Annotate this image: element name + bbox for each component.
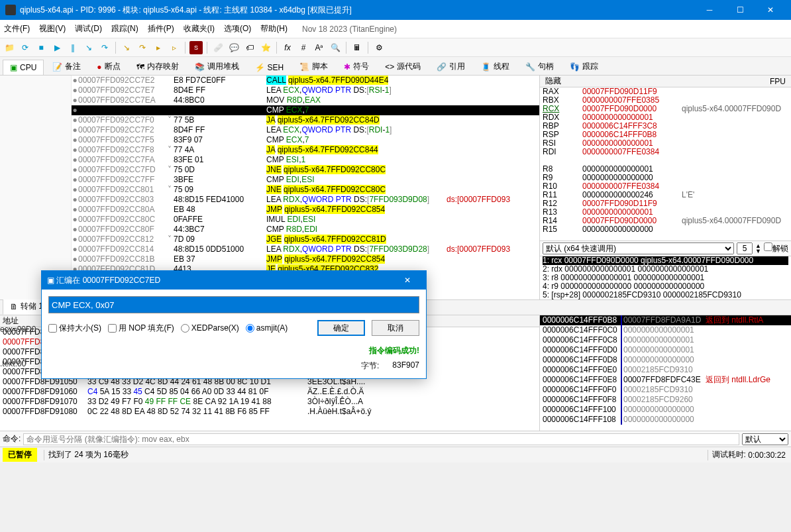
tab-seh[interactable]: ⚡SEH xyxy=(248,60,291,75)
text-icon[interactable]: Aᵃ xyxy=(313,41,326,54)
search-icon[interactable]: 🔍 xyxy=(329,41,342,54)
stack-row[interactable]: 0000006C14FFF1080000000000000000 xyxy=(540,415,791,425)
minimize-button[interactable]: ─ xyxy=(694,0,725,20)
tab-symbols[interactable]: ✱符号 xyxy=(337,58,376,75)
register-row[interactable]: RSI0000000000000001 xyxy=(543,139,788,148)
disasm-row[interactable]: ●00007FFD092CC7FA83FE 01CMP ESI,1 xyxy=(72,155,539,165)
disasm-row[interactable]: ●00007FFD092CC7E78D4E FFLEA ECX,QWORD PT… xyxy=(72,85,539,95)
unlock-checkbox[interactable]: 解锁 xyxy=(764,242,788,254)
menu-plugins[interactable]: 插件(P) xyxy=(148,23,174,34)
disasm-row[interactable]: ●00007FFD092CC81448:8D15 0DD51000LEA RDX… xyxy=(72,244,539,254)
run-to-sel-icon[interactable]: ▹ xyxy=(168,41,181,54)
bookmark-icon[interactable]: ⭐ xyxy=(259,41,272,54)
tab-breakpoints[interactable]: ●断点 xyxy=(89,58,127,75)
register-row[interactable]: R110000000000000246L'É' xyxy=(543,191,788,199)
tab-references[interactable]: 🔗引用 xyxy=(429,58,472,75)
trace-into-icon[interactable]: ↘ xyxy=(120,41,133,54)
stack-row[interactable]: 0000006C14FFF0D00000000000000001 xyxy=(540,345,791,355)
stack-row[interactable]: 0000006C14FFF0E000002185FCD9310 xyxy=(540,365,791,375)
xedparse-radio[interactable]: XEDParse(X) xyxy=(181,323,239,333)
menu-trace[interactable]: 跟踪(N) xyxy=(111,23,138,34)
register-row[interactable]: R1200007FFD090D11F9 xyxy=(543,199,788,208)
disasm-row[interactable]: ●00007FFD092CC7F8˅77 4AJA qiplus5-x64.7F… xyxy=(72,145,539,155)
command-preset-select[interactable]: 默认 xyxy=(742,433,788,445)
cancel-button[interactable]: 取消 xyxy=(372,320,419,336)
restart-icon[interactable]: ⟳ xyxy=(19,41,32,54)
menu-file[interactable]: 文件(F) xyxy=(4,23,30,34)
register-row[interactable]: RSP0000006C14FFF0B8 xyxy=(543,131,788,139)
disassembly-view[interactable]: ●00007FFD092CC7E2E8 FD7CE0FFCALL qiplus5… xyxy=(72,76,539,299)
menu-view[interactable]: 视图(V) xyxy=(39,23,66,34)
tab-notes[interactable]: 📝备注 xyxy=(45,58,88,75)
disasm-row[interactable]: ●00007FFD092CC7F0˅77 5BJA qiplus5-x64.7F… xyxy=(72,115,539,125)
stack-row[interactable]: 0000006C14FFF0C80000000000000001 xyxy=(540,335,791,345)
tab-trace[interactable]: 👣跟踪 xyxy=(562,58,606,75)
register-row[interactable]: R80000000000000001 xyxy=(543,165,788,174)
register-row[interactable]: R150000000000000000 xyxy=(543,225,788,234)
open-icon[interactable]: 📁 xyxy=(3,41,16,54)
register-row[interactable]: RDI0000000007FFE0384 xyxy=(543,148,788,156)
fillnop-checkbox[interactable]: 用 NOP 填充(F) xyxy=(108,323,174,334)
maximize-button[interactable]: ☐ xyxy=(725,0,755,20)
run-icon[interactable]: ▶ xyxy=(50,41,64,54)
register-row[interactable]: RAX00007FFD090D11F9 xyxy=(543,87,788,96)
dialog-close-button[interactable]: ✕ xyxy=(394,276,421,285)
assembly-input[interactable] xyxy=(48,296,419,313)
register-row[interactable]: R130000000000000001 xyxy=(543,208,788,217)
stack-row[interactable]: 0000006C14FFF0B800007FFD8FDA9A1D返回到 ntdl… xyxy=(540,315,791,325)
stack-row[interactable]: 0000006C14FFF0F000002185FCD9310 xyxy=(540,385,791,395)
tab-script[interactable]: 📜脚本 xyxy=(292,58,335,75)
settings-icon[interactable]: ⚙ xyxy=(372,41,386,54)
dump-row[interactable]: 00007FFD8FD9107033 D2 49 F7 F0 49 FF FF … xyxy=(0,397,539,407)
register-row[interactable]: R100000000007FFE0384 xyxy=(543,182,788,191)
stack-row[interactable]: 0000006C14FFF0F800002185FCD9260 xyxy=(540,395,791,405)
keepsize-checkbox[interactable]: 保持大小(S) xyxy=(48,323,101,334)
patch-icon[interactable]: 🩹 xyxy=(211,41,225,54)
close-button[interactable]: ✕ xyxy=(755,0,786,20)
tab-threads[interactable]: 🧵线程 xyxy=(474,58,517,75)
trace-over-icon[interactable]: ↷ xyxy=(136,41,149,54)
register-row[interactable]: R90000000000000000 xyxy=(543,174,788,182)
stack-row[interactable]: 0000006C14FFF1000000000000000000 xyxy=(540,405,791,415)
menu-favorites[interactable]: 收藏夹(I) xyxy=(184,23,215,34)
disasm-row[interactable]: ●00007FFD092CC80C0FAFFEIMUL EDI,ESI xyxy=(72,215,539,225)
stack-row[interactable]: 0000006C14FFF0D80000000000000000 xyxy=(540,355,791,365)
spin-buttons[interactable]: ▲▼ xyxy=(755,243,761,254)
register-row[interactable]: RBP0000006C14FFF3C8 xyxy=(543,122,788,131)
dump-row[interactable]: 00007FFD8FD91060C4 5A 15 33 45 C4 5D 85 … xyxy=(0,387,539,397)
calling-convention-select[interactable]: 默认 (x64 快速调用) xyxy=(543,242,734,254)
scylla-icon[interactable]: S xyxy=(189,41,203,54)
disasm-row[interactable]: ●00007FFD092CC81BEB 37JMP qiplus5-x64.7F… xyxy=(72,254,539,264)
tab-cpu[interactable]: ▣CPU xyxy=(3,60,44,75)
menu-help[interactable]: 帮助(H) xyxy=(260,23,288,34)
register-row[interactable] xyxy=(543,234,788,240)
disasm-row[interactable]: ●00007FFD092CC7FF3BFECMP EDI,ESI xyxy=(72,175,539,185)
disasm-row[interactable]: ●00007FFD092CC7EA44:8BC0MOV R8D,EAX xyxy=(72,95,539,105)
dump-row[interactable]: 00007FFD8FD910800C 22 48 8D EA 48 8D 52 … xyxy=(0,407,539,417)
run-to-user-icon[interactable]: ▸ xyxy=(152,41,165,54)
disasm-row[interactable]: ●00007FFD092CC812˅7D 09JGE qiplus5-x64.7… xyxy=(72,235,539,244)
disasm-row[interactable]: ●00007FFD092CC7ED83F9 07CMP ECX,7 xyxy=(72,105,539,115)
fx-icon[interactable]: fx xyxy=(281,41,294,54)
stop-icon[interactable]: ■ xyxy=(34,41,48,54)
menu-debug[interactable]: 调试(D) xyxy=(75,23,102,34)
stack-row[interactable]: 0000006C14FFF0C00000000000000001 xyxy=(540,325,791,335)
menu-options[interactable]: 选项(O) xyxy=(224,23,251,34)
hash-icon[interactable]: # xyxy=(297,41,310,54)
disasm-row[interactable]: ●00007FFD092CC7E2E8 FD7CE0FFCALL qiplus5… xyxy=(72,76,539,85)
hide-fpu-link[interactable]: 隐藏 xyxy=(545,76,561,87)
asmjit-radio[interactable]: asmjit(A) xyxy=(246,323,288,333)
arg-preview[interactable]: 1: rcx 00007FFD090D0000 qiplus5-x64.0000… xyxy=(540,256,791,299)
stepinto-icon[interactable]: ↘ xyxy=(82,41,95,54)
stack-row[interactable]: 0000006C14FFF0E800007FFD8FDFC43E返回到 ntdl… xyxy=(540,375,791,385)
label-icon[interactable]: 🏷 xyxy=(243,41,256,54)
tab-source[interactable]: <>源代码 xyxy=(378,58,428,75)
disasm-row[interactable]: ●00007FFD092CC80F44:3BC7CMP R8D,EDI xyxy=(72,225,539,235)
disasm-row[interactable]: ●00007FFD092CC7FD˅75 0DJNE qiplus5-x64.7… xyxy=(72,165,539,175)
disasm-row[interactable]: ●00007FFD092CC7F28D4F FFLEA ECX,QWORD PT… xyxy=(72,125,539,135)
register-row[interactable] xyxy=(543,156,788,165)
register-row[interactable]: RCX00007FFD090D0000qiplus5-x64.00007FFD0… xyxy=(543,105,788,113)
registers-view[interactable]: RAX00007FFD090D11F9RBX0000000007FFE0385R… xyxy=(540,87,791,240)
pause-icon[interactable]: ‖ xyxy=(66,41,79,54)
argcount-input[interactable] xyxy=(737,242,753,254)
